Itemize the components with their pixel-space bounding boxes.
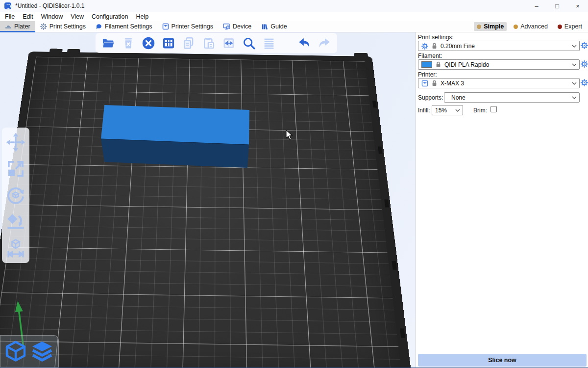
mouse-cursor	[286, 130, 294, 140]
printer-label: Printer:	[418, 71, 437, 78]
supports-dropdown[interactable]: None	[444, 92, 580, 103]
gear-icon	[40, 23, 47, 30]
paste-icon[interactable]	[202, 36, 216, 50]
measure-icon[interactable]	[6, 238, 25, 258]
expert-dot-icon	[558, 25, 562, 29]
simple-dot-icon	[477, 25, 481, 29]
filament-icon	[96, 23, 102, 30]
model-box[interactable]	[0, 32, 416, 368]
infill-value: 15%	[435, 107, 447, 114]
delete-icon[interactable]	[122, 36, 135, 50]
rotate-icon[interactable]	[6, 185, 25, 205]
minimize-button[interactable]: –	[526, 0, 547, 12]
undo-icon[interactable]	[297, 36, 311, 50]
scale-icon[interactable]	[6, 159, 25, 179]
view-switch-panel	[0, 335, 59, 368]
close-button[interactable]: ×	[567, 0, 588, 12]
tab-label: Plater	[14, 23, 30, 30]
mode-label: Advanced	[520, 23, 548, 30]
app-logo-icon	[4, 2, 11, 9]
menu-help[interactable]: Help	[132, 13, 152, 20]
mode-simple[interactable]: Simple	[474, 22, 507, 31]
tab-label: Guide	[270, 23, 287, 30]
printer-icon	[162, 23, 169, 30]
left-toolbar	[2, 128, 29, 263]
tab-guide[interactable]: Guide	[256, 21, 292, 32]
menu-view[interactable]: View	[67, 13, 88, 20]
menu-file[interactable]: File	[1, 13, 19, 20]
brim-checkbox[interactable]	[490, 106, 497, 112]
mode-label: Simple	[484, 23, 504, 30]
qidislicer-window: { "window": { "title": "*Untitled - QIDI…	[0, 0, 588, 368]
chevron-down-icon	[455, 109, 460, 112]
filament-gear-button[interactable]	[581, 60, 588, 68]
mode-expert[interactable]: Expert	[555, 22, 585, 31]
filament-dropdown[interactable]: QIDI PLA Rapido	[418, 59, 580, 70]
top-toolbar	[96, 33, 337, 53]
move-icon[interactable]	[6, 132, 25, 152]
menu-bar: File Edit Window View Configuration Help	[0, 12, 588, 21]
mode-label: Expert	[564, 23, 582, 30]
title-bar: *Untitled - QIDISlicer-1.0.1 – □ ×	[0, 0, 588, 12]
variable-layer-height-icon[interactable]	[262, 36, 276, 50]
slice-now-button[interactable]: Slice now	[418, 354, 587, 367]
menu-configuration[interactable]: Configuration	[88, 13, 132, 20]
tab-device[interactable]: Device	[218, 21, 256, 32]
chevron-down-icon	[572, 63, 577, 66]
printer-icon	[421, 80, 428, 87]
tab-label: Print Settings	[49, 23, 86, 30]
printer-value: X-MAX 3	[441, 80, 464, 87]
chevron-down-icon	[572, 96, 577, 99]
device-monitor-icon	[223, 23, 230, 30]
printer-gear-button[interactable]	[581, 79, 588, 86]
tab-label: Printer Settings	[172, 23, 213, 30]
maximize-button[interactable]: □	[547, 0, 567, 12]
mode-switcher: Simple Advanced Expert	[474, 21, 585, 32]
viewport-3d[interactable]	[0, 32, 416, 368]
menu-edit[interactable]: Edit	[19, 13, 37, 20]
advanced-dot-icon	[514, 25, 518, 29]
filament-label: Filament:	[418, 53, 442, 59]
supports-label: Supports:	[418, 94, 443, 101]
guide-books-icon	[261, 23, 268, 30]
preview-layers-view-icon[interactable]	[31, 340, 53, 363]
tab-print-settings[interactable]: Print Settings	[35, 21, 91, 32]
menu-window[interactable]: Window	[37, 13, 67, 20]
print-settings-value: 0.20mm Fine	[441, 43, 475, 50]
chevron-down-icon	[572, 82, 577, 85]
copy-icon[interactable]	[182, 36, 196, 50]
arrange-icon[interactable]	[162, 36, 175, 50]
open-icon[interactable]	[101, 36, 115, 50]
tab-printer-settings[interactable]: Printer Settings	[157, 21, 218, 32]
lock-icon	[432, 80, 437, 86]
supports-value: None	[451, 94, 466, 101]
sidebar: Print settings: 0.20mm Fine Filament: QI…	[416, 32, 588, 368]
place-on-face-icon[interactable]	[6, 212, 25, 232]
infill-dropdown[interactable]: 15%	[432, 105, 463, 115]
mode-advanced[interactable]: Advanced	[511, 22, 551, 31]
window-title: *Untitled - QIDISlicer-1.0.1	[15, 2, 84, 9]
print-settings-dropdown[interactable]: 0.20mm Fine	[418, 41, 580, 51]
tab-bar: Plater Print Settings Filament Settings …	[0, 21, 588, 32]
lock-icon	[432, 43, 437, 49]
search-icon[interactable]	[242, 36, 256, 50]
split-objects-icon[interactable]	[222, 36, 236, 50]
tab-plater[interactable]: Plater	[0, 21, 35, 32]
gear-icon	[421, 43, 428, 50]
printer-dropdown[interactable]: X-MAX 3	[418, 78, 580, 88]
brim-label: Brim:	[473, 107, 487, 114]
print-settings-gear-button[interactable]	[581, 42, 588, 49]
lock-icon	[436, 61, 441, 68]
3d-editor-view-icon[interactable]	[4, 340, 27, 363]
tab-filament-settings[interactable]: Filament Settings	[91, 21, 157, 32]
tab-label: Device	[233, 23, 251, 30]
tab-label: Filament Settings	[105, 23, 152, 30]
print-settings-label: Print settings:	[418, 34, 454, 41]
chevron-down-icon	[572, 45, 577, 48]
infill-label: Infill:	[418, 107, 430, 114]
filament-color-swatch	[421, 61, 432, 68]
plater-icon	[5, 23, 12, 30]
delete-all-icon[interactable]	[142, 36, 155, 50]
redo-icon[interactable]	[318, 36, 331, 50]
filament-value: QIDI PLA Rapido	[444, 61, 489, 68]
